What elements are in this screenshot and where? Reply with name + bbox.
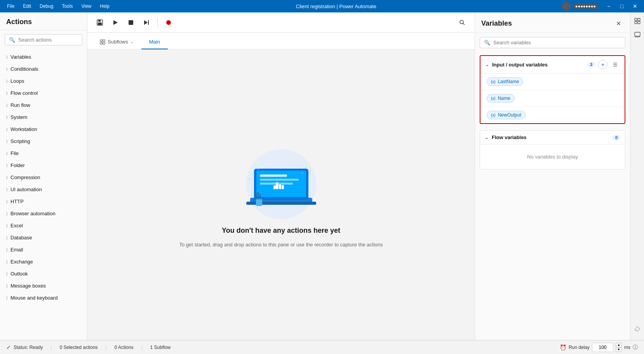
actions-search-input[interactable] (18, 37, 78, 43)
run-delay-increment[interactable]: ▲ (616, 343, 622, 347)
variable-chip[interactable]: {x} Name (487, 94, 515, 103)
empty-subtitle: To get started, drag and drop actions to… (179, 241, 383, 249)
variable-chip[interactable]: {x} NewOutput (487, 111, 526, 119)
chevron-right-icon: 〉 (6, 67, 7, 71)
eraser-icon-button[interactable] (632, 323, 643, 334)
actions-search-box[interactable]: 🔍 (5, 34, 82, 45)
action-group-browser-automation[interactable]: 〉 Browser automation (0, 208, 87, 220)
action-group-scripting[interactable]: 〉 Scripting (0, 135, 87, 147)
action-group-compression[interactable]: 〉 Compression (0, 171, 87, 183)
assets-icon-button[interactable] (632, 30, 643, 40)
close-button[interactable]: ✕ (629, 0, 641, 12)
action-group-database[interactable]: 〉 Database (0, 232, 87, 244)
menu-file[interactable]: File (3, 2, 18, 10)
chevron-right-icon: 〉 (6, 127, 7, 132)
add-variable-button[interactable]: + (598, 60, 607, 69)
chevron-right-icon: 〉 (6, 199, 7, 204)
action-group-label: HTTP (10, 199, 24, 204)
menu-tools[interactable]: Tools (58, 2, 77, 10)
action-group-excel[interactable]: 〉 Excel (0, 220, 87, 232)
action-group-workstation[interactable]: 〉 Workstation (0, 123, 87, 135)
chevron-right-icon: 〉 (6, 151, 7, 156)
action-group-label: File (10, 150, 19, 156)
flow-section-header[interactable]: ⌄ Flow variables 0 (480, 131, 625, 145)
svg-point-7 (166, 20, 171, 25)
action-group-http[interactable]: 〉 HTTP (0, 195, 87, 208)
tab-main-label: Main (149, 39, 160, 45)
variables-title: Variables (481, 19, 512, 28)
svg-rect-31 (256, 198, 262, 200)
action-group-run-flow[interactable]: 〉 Run flow (0, 99, 87, 111)
chevron-right-icon: 〉 (6, 175, 7, 180)
maximize-button[interactable]: □ (616, 0, 628, 12)
svg-rect-6 (148, 20, 149, 25)
menu-help[interactable]: Help (96, 2, 113, 10)
action-group-message-boxes[interactable]: 〉 Message boxes (0, 280, 87, 292)
actions-list: 〉 Variables 〉 Conditionals 〉 Loops 〉 Flo… (0, 49, 87, 340)
variables-search-box[interactable]: 🔍 (480, 37, 625, 48)
status-divider: | (106, 345, 107, 350)
no-flow-variables-text: No variables to display (480, 145, 625, 169)
stop-button[interactable] (125, 16, 137, 29)
record-button[interactable] (162, 16, 175, 29)
status-divider: | (50, 345, 52, 350)
filter-variables-button[interactable]: ☰ (611, 60, 620, 69)
action-group-email[interactable]: 〉 Email (0, 244, 87, 256)
variable-item-newoutput: {x} NewOutput (480, 107, 625, 123)
toolbar (87, 12, 475, 33)
action-group-outlook[interactable]: 〉 Outlook (0, 268, 87, 280)
flow-variables-section: ⌄ Flow variables 0 No variables to displ… (480, 130, 625, 169)
chevron-right-icon: 〉 (6, 55, 7, 59)
action-group-variables[interactable]: 〉 Variables (0, 51, 87, 63)
status-bar: ✓ Status: Ready | 0 Selected actions | 0… (0, 340, 644, 354)
action-group-conditionals[interactable]: 〉 Conditionals (0, 63, 87, 75)
action-group-label: UI automation (10, 187, 42, 192)
empty-state: ✦ ✦ ✦ ✦ You don't have any actions here … (87, 50, 475, 340)
chevron-right-icon: 〉 (6, 248, 7, 252)
account-label: ●●●●●●●● (573, 4, 598, 9)
window-title: Client registration | Power Automate (113, 3, 559, 9)
status-text: Status: Ready (14, 345, 43, 350)
variables-panel: Variables ✕ 🔍 ⌄ Input / output variables… (475, 12, 630, 340)
menu-edit[interactable]: Edit (19, 2, 35, 10)
menu-view[interactable]: View (77, 2, 95, 10)
action-group-file[interactable]: 〉 File (0, 147, 87, 159)
minimize-button[interactable]: − (603, 0, 614, 12)
variables-close-button[interactable]: ✕ (613, 18, 624, 29)
variables-icon-button[interactable] (632, 16, 643, 26)
tab-main[interactable]: Main (141, 35, 168, 49)
action-group-folder[interactable]: 〉 Folder (0, 159, 87, 171)
action-group-loops[interactable]: 〉 Loops (0, 75, 87, 87)
tab-subflows-label: Subflows (108, 39, 128, 45)
svg-rect-38 (638, 21, 640, 24)
save-button[interactable] (94, 16, 106, 29)
variable-name: NewOutput (498, 112, 521, 118)
action-group-system[interactable]: 〉 System (0, 111, 87, 123)
run-delay-input[interactable] (592, 343, 613, 352)
tab-subflows[interactable]: Subflows ⌄ (92, 35, 141, 49)
run-delay-spinner[interactable]: ▲ ▼ (616, 343, 622, 352)
action-group-mouse-keyboard[interactable]: 〉 Mouse and keyboard (0, 292, 87, 304)
account-area[interactable]: ●●●●●●●● (559, 1, 601, 11)
action-group-ui-automation[interactable]: 〉 UI automation (0, 183, 87, 195)
variable-chip[interactable]: {x} LastName (487, 77, 523, 86)
action-group-flow-control[interactable]: 〉 Flow control (0, 87, 87, 99)
action-group-label: Run flow (10, 102, 30, 108)
next-step-button[interactable] (140, 16, 153, 29)
svg-rect-11 (103, 40, 105, 42)
chevron-right-icon: 〉 (6, 163, 7, 168)
variables-search-input[interactable] (493, 40, 621, 45)
search-flow-button[interactable] (456, 16, 468, 29)
variable-item-name: {x} Name (480, 90, 625, 107)
menu-debug[interactable]: Debug (36, 2, 57, 10)
menu-bar[interactable]: File Edit Debug Tools View Help (3, 2, 113, 10)
input-output-section-header[interactable]: ⌄ Input / output variables 3 + ☰ (480, 56, 625, 73)
variable-icon: {x} (491, 80, 496, 84)
action-group-exchange[interactable]: 〉 Exchange (0, 256, 87, 268)
svg-rect-34 (256, 193, 257, 199)
run-button[interactable] (109, 16, 122, 29)
chevron-down-icon: ⌄ (485, 135, 489, 140)
run-delay-decrement[interactable]: ▼ (616, 347, 622, 352)
svg-text:✦: ✦ (256, 166, 260, 172)
input-output-count-badge: 3 (587, 62, 595, 67)
